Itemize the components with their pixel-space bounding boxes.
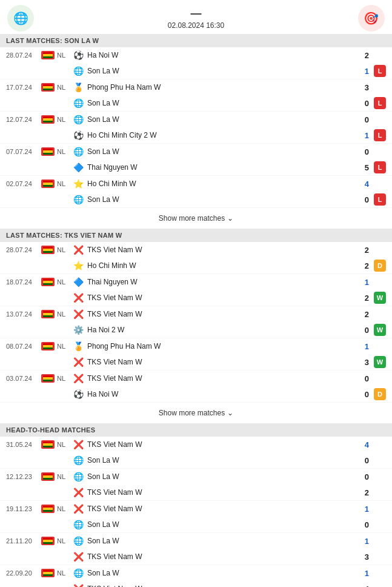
show-more-tks[interactable]: Show more matches ⌄ [0, 403, 392, 423]
league-type: NL [57, 505, 69, 512]
team-name: Ho Chi Minh W [87, 179, 352, 188]
flag-badge [41, 310, 55, 318]
match-date: 07.07.24 [6, 148, 41, 155]
match-date: 03.07.24 [6, 375, 41, 382]
header-center: — 02.08.2024 16:30 [168, 7, 224, 30]
team-icon: ⭐ [73, 260, 84, 271]
team-icon: 🌐 [73, 519, 84, 530]
score: 3 [352, 83, 369, 92]
flag-badge [41, 115, 55, 124]
flag-badge [41, 342, 55, 351]
result-badge-L: L [374, 161, 386, 173]
team-icon: ⚽ [73, 389, 84, 400]
match-date: 12.07.24 [6, 116, 41, 123]
match-row: 22.09.20 NL 🌐 Son La W 1 [0, 565, 392, 581]
score: 4 [352, 585, 369, 588]
show-more-son-la[interactable]: Show more matches ⌄ [0, 208, 392, 229]
match-date: 17.07.24 [6, 84, 41, 91]
team-icon: ❌ [73, 551, 84, 562]
league-type: NL [57, 278, 69, 286]
team-icon: ❌ [73, 503, 84, 514]
team-name: Ha Noi W [87, 390, 352, 398]
score highlighted: 4 [352, 440, 369, 449]
flag-badge [41, 472, 55, 481]
team-name: Phong Phu Ha Nam W [87, 83, 352, 92]
team-name: TKS Viet Nam W [87, 358, 352, 366]
flag-badge [41, 374, 55, 383]
team-icon: 🏅 [73, 341, 84, 352]
result-badge-W: W [374, 292, 386, 304]
score: 3 [352, 358, 369, 367]
team-icon: 🌐 [73, 568, 84, 579]
team-name: TKS Viet Nam W [87, 585, 352, 587]
league-type: NL [57, 537, 69, 545]
chevron-down-icon: ⌄ [227, 409, 233, 417]
match-row: 🔷 Thai Nguyen W 5 L [0, 159, 392, 175]
score: 0 [352, 456, 369, 465]
team-name: Son La W [87, 569, 352, 577]
team-name: Son La W [87, 147, 352, 156]
match-row: ⚙️ Ha Noi 2 W 0 W [0, 322, 392, 338]
team-name: Son La W [87, 520, 352, 529]
match-row: 17.07.24 NL 🏅 Phong Phu Ha Nam W 3 [0, 79, 392, 95]
match-date: 22.09.20 [6, 569, 41, 577]
league-type: NL [57, 116, 69, 123]
team-icon: ❌ [73, 357, 84, 367]
team-icon: ⚽ [73, 130, 84, 141]
score: 3 [352, 552, 369, 562]
left-team-logo: 🌐 [7, 5, 34, 32]
league-type: NL [57, 473, 69, 480]
flag-badge [41, 51, 55, 59]
team-name: Ha Noi W [87, 51, 352, 59]
match-date: 02.08.2024 16:30 [168, 21, 224, 30]
team-name: Ho Chi Minh W [87, 261, 352, 270]
result-badge-L: L [374, 97, 386, 109]
team-icon: 🌐 [73, 65, 84, 76]
chevron-down-icon: ⌄ [227, 214, 233, 223]
match-row: ❌ TKS Viet Nam W 2 [0, 485, 392, 500]
flag-badge [41, 83, 55, 92]
section-header-h2h: HEAD-TO-HEAD MATCHES [0, 423, 392, 437]
match-date: 31.05.24 [6, 441, 41, 448]
match-date: 28.07.24 [6, 246, 41, 253]
league-type: NL [57, 310, 69, 318]
match-pair: 12.12.23 NL 🌐 Son La W 0 ❌ TKS Viet Nam … [0, 469, 392, 501]
team-name: Son La W [87, 537, 352, 545]
team-icon: ❌ [73, 292, 84, 303]
flag-badge [41, 278, 55, 286]
team-name: Son La W [87, 456, 352, 465]
match-date: 18.07.24 [6, 278, 41, 286]
match-row: ❌ TKS Viet Nam W 3 W [0, 354, 392, 370]
score: 0 [352, 390, 369, 399]
league-type: NL [57, 246, 69, 253]
team-name: TKS Viet Nam W [87, 374, 352, 383]
score highlighted: 4 [352, 179, 369, 189]
team-icon: 🌐 [73, 98, 84, 109]
match-row: 12.07.24 NL 🌐 Son La W 0 [0, 112, 392, 127]
team-icon: ❌ [73, 309, 84, 320]
match-date: 02.07.24 [6, 180, 41, 187]
match-pair: 07.07.24 NL 🌐 Son La W 0 🔷 Thai Nguyen W… [0, 144, 392, 176]
team-icon: ❌ [73, 439, 84, 450]
score highlighted: 1 [352, 342, 369, 351]
team-name: Son La W [87, 99, 352, 107]
match-row: 02.07.24 NL ⭐ Ho Chi Minh W 4 [0, 176, 392, 192]
team-icon: 🌐 [73, 194, 84, 205]
team-icon: 🔷 [73, 277, 84, 287]
score: 2 [352, 310, 369, 319]
match-pair: 31.05.24 NL ❌ TKS Viet Nam W 4 🌐 Son La … [0, 437, 392, 469]
result-badge-W: W [374, 324, 386, 336]
match-row: 🌐 Son La W 0 L [0, 192, 392, 207]
match-row: ❌ TKS Viet Nam W 3 [0, 549, 392, 565]
result-badge-D: D [374, 260, 386, 272]
score highlighted: 1 [352, 67, 369, 76]
match-row: 28.07.24 NL ⚽ Ha Noi W 2 [0, 47, 392, 63]
match-pair: 18.07.24 NL 🔷 Thai Nguyen W 1 ❌ TKS Viet… [0, 274, 392, 306]
result-badge-D: D [374, 388, 386, 400]
score: 0 [352, 195, 369, 204]
match-pair: 08.07.24 NL 🏅 Phong Phu Ha Nam W 1 ❌ TKS… [0, 338, 392, 371]
team-icon: ⭐ [73, 178, 84, 189]
score: 0 [352, 472, 369, 481]
header-dash: — [190, 7, 201, 20]
match-row: 13.07.24 NL ❌ TKS Viet Nam W 2 [0, 306, 392, 322]
